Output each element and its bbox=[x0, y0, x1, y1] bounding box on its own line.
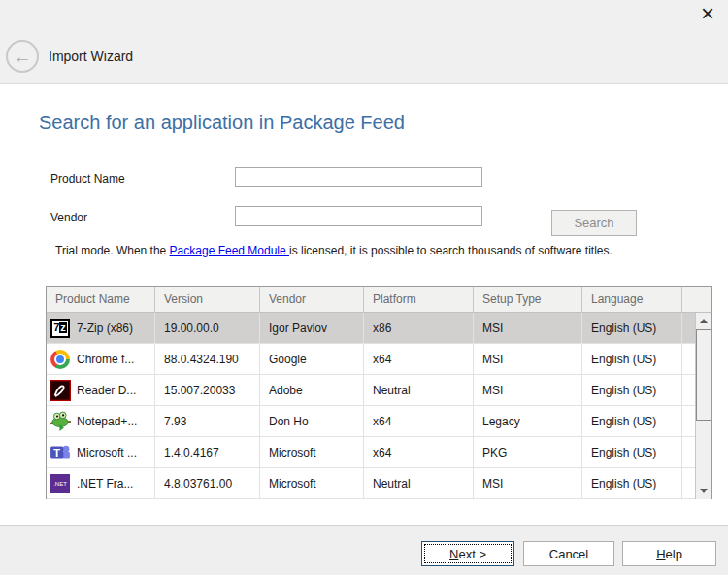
cell-language: English (US) bbox=[582, 437, 682, 468]
column-header-language[interactable]: Language bbox=[582, 287, 682, 313]
wizard-header-band: × ← Import Wizard bbox=[0, 0, 728, 84]
cell-platform: Neutral bbox=[364, 375, 474, 406]
cell-version: 19.00.00.0 bbox=[155, 313, 260, 344]
cell-setup_type: MSI bbox=[474, 468, 582, 499]
column-header-product[interactable]: Product Name bbox=[47, 287, 155, 313]
table-row[interactable]: .NET.NET Fra...4.8.03761.00MicrosoftNeut… bbox=[47, 468, 695, 499]
row-spacer bbox=[682, 406, 695, 437]
table-row[interactable]: 7z7-Zip (x86)19.00.00.0Igor Pavlovx86MSI… bbox=[47, 313, 695, 344]
cell-version: 15.007.20033 bbox=[155, 375, 260, 406]
package-feed-module-link[interactable]: Package Feed Module bbox=[170, 244, 289, 257]
cell-setup_type: MSI bbox=[474, 375, 582, 406]
cell-version: 88.0.4324.190 bbox=[155, 344, 260, 375]
product-name-text: 7-Zip (x86) bbox=[77, 321, 133, 335]
row-spacer bbox=[682, 437, 695, 468]
product-name-text: .NET Fra... bbox=[77, 477, 133, 490]
trial-prefix: Trial mode. When the bbox=[55, 244, 170, 257]
column-header-vendor[interactable]: Vendor bbox=[260, 287, 364, 313]
table-header-row: Product NameVersionVendorPlatformSetup T… bbox=[47, 287, 711, 313]
column-header-setup_type[interactable]: Setup Type bbox=[474, 287, 582, 313]
search-button[interactable]: Search bbox=[551, 210, 637, 236]
table-row[interactable]: Chrome f...88.0.4324.190Googlex64MSIEngl… bbox=[47, 344, 695, 375]
close-icon[interactable]: × bbox=[693, 0, 722, 27]
table-body: 7z7-Zip (x86)19.00.00.0Igor Pavlovx86MSI… bbox=[47, 313, 695, 499]
cell-version: 4.8.03761.00 bbox=[155, 468, 260, 499]
product-name-input[interactable] bbox=[235, 167, 482, 187]
table-row[interactable]: TMicrosoft ...1.4.0.4167Microsoftx64PKGE… bbox=[47, 437, 695, 468]
next-button[interactable]: Next > bbox=[421, 541, 514, 566]
dotnet-icon: .NET bbox=[50, 473, 71, 494]
scroll-track[interactable] bbox=[696, 329, 711, 483]
table-row[interactable]: Reader D...15.007.20033AdobeNeutralMSIEn… bbox=[47, 375, 695, 406]
cell-platform: x64 bbox=[364, 344, 474, 375]
product-name-label: Product Name bbox=[50, 172, 125, 186]
microsoft-teams-icon: T bbox=[50, 442, 71, 463]
row-spacer bbox=[682, 375, 695, 406]
cell-language: English (US) bbox=[582, 406, 682, 437]
cell-language: English (US) bbox=[582, 344, 682, 375]
cell-vendor: Igor Pavlov bbox=[260, 313, 364, 344]
cell-platform: x64 bbox=[364, 406, 474, 437]
cell-version: 1.4.0.4167 bbox=[155, 437, 260, 468]
package-table: Product NameVersionVendorPlatformSetup T… bbox=[46, 286, 712, 499]
product-name-text: Reader D... bbox=[77, 384, 136, 397]
trial-suffix: is licensed, it is possible to search th… bbox=[289, 244, 612, 257]
notepad-plus-plus-icon bbox=[50, 411, 71, 432]
cell-setup_type: MSI bbox=[474, 344, 582, 375]
cell-vendor: Don Ho bbox=[260, 406, 364, 437]
footer-band bbox=[0, 525, 728, 575]
cell-product: 7z7-Zip (x86) bbox=[47, 313, 155, 344]
cell-platform: x86 bbox=[364, 313, 474, 344]
cell-version: 7.93 bbox=[155, 406, 260, 437]
trial-mode-text: Trial mode. When the Package Feed Module… bbox=[55, 244, 612, 257]
7zip-icon: 7z bbox=[50, 318, 71, 339]
product-name-text: Notepad+... bbox=[77, 415, 137, 428]
cancel-button[interactable]: Cancel bbox=[523, 541, 614, 566]
import-wizard-dialog: × ← Import Wizard Search for an applicat… bbox=[0, 0, 728, 575]
cell-vendor: Microsoft bbox=[260, 468, 364, 499]
svg-text:T: T bbox=[53, 446, 60, 457]
product-name-text: Chrome f... bbox=[77, 353, 134, 366]
chrome-icon bbox=[50, 349, 71, 370]
cell-platform: x64 bbox=[364, 437, 474, 468]
cell-product: Chrome f... bbox=[47, 344, 155, 375]
scroll-up-button[interactable] bbox=[696, 313, 711, 329]
row-spacer bbox=[682, 344, 695, 375]
back-button[interactable]: ← bbox=[6, 40, 39, 73]
wizard-title: Import Wizard bbox=[49, 49, 133, 64]
cell-product: TMicrosoft ... bbox=[47, 437, 155, 468]
vendor-input[interactable] bbox=[235, 206, 482, 226]
cell-vendor: Google bbox=[260, 344, 364, 375]
page-title: Search for an application in Package Fee… bbox=[39, 112, 405, 134]
cell-vendor: Microsoft bbox=[260, 437, 364, 468]
table-scrollbar[interactable] bbox=[695, 313, 711, 499]
adobe-reader-icon bbox=[50, 380, 71, 401]
cell-product: Reader D... bbox=[47, 375, 155, 406]
row-spacer bbox=[682, 468, 695, 499]
help-button[interactable]: Help bbox=[622, 541, 716, 566]
row-spacer bbox=[682, 313, 695, 344]
cell-setup_type: MSI bbox=[474, 313, 582, 344]
cell-setup_type: PKG bbox=[474, 437, 582, 468]
cell-setup_type: Legacy bbox=[474, 406, 582, 437]
scroll-up-icon bbox=[700, 319, 708, 323]
cell-product: Notepad+... bbox=[47, 406, 155, 437]
vendor-label: Vendor bbox=[50, 211, 87, 224]
scroll-down-icon bbox=[700, 489, 708, 493]
cell-product: .NET.NET Fra... bbox=[47, 468, 155, 499]
column-header-version[interactable]: Version bbox=[155, 287, 260, 313]
cell-platform: Neutral bbox=[364, 468, 474, 499]
cell-language: English (US) bbox=[582, 313, 682, 344]
table-row[interactable]: Notepad+...7.93Don Hox64LegacyEnglish (U… bbox=[47, 406, 695, 437]
scroll-down-button[interactable] bbox=[696, 483, 711, 499]
scroll-thumb[interactable] bbox=[696, 329, 711, 421]
column-header-platform[interactable]: Platform bbox=[364, 287, 474, 313]
cell-language: English (US) bbox=[582, 375, 682, 406]
column-header-spacer bbox=[682, 287, 711, 313]
back-arrow-icon: ← bbox=[14, 48, 32, 66]
cell-vendor: Adobe bbox=[260, 375, 364, 406]
cell-language: English (US) bbox=[582, 468, 682, 499]
product-name-text: Microsoft ... bbox=[77, 446, 137, 459]
